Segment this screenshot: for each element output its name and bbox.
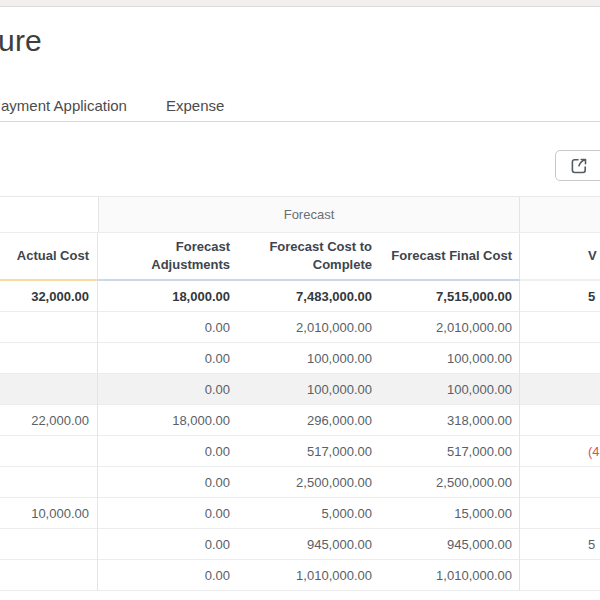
cell-adjustments: 0.00 — [98, 498, 240, 529]
cell-final_cost: 2,010,000.00 — [382, 312, 520, 343]
column-header-forecast-final-cost[interactable]: Forecast Final Cost — [382, 233, 520, 281]
cell-adjustments: 0.00 — [98, 343, 240, 374]
cell-variance: 5 — [520, 529, 600, 560]
cell-adjustments: 0.00 — [98, 529, 240, 560]
table-group-header-row: Forecast — [0, 197, 600, 233]
cell-actual — [0, 467, 98, 498]
cell-final_cost: 1,010,000.00 — [382, 560, 520, 591]
table-row[interactable]: 0.002,500,000.002,500,000.00 — [0, 467, 600, 498]
cell-adjustments: 0.00 — [98, 312, 240, 343]
cell-adjustments: 18,000.00 — [98, 405, 240, 436]
cell-final_cost: 100,000.00 — [382, 343, 520, 374]
cell-cost_to_complete: 945,000.00 — [240, 529, 382, 560]
cell-final_cost: 100,000.00 — [382, 374, 520, 405]
group-header-variance-spacer — [520, 197, 600, 232]
column-header-forecast-cost-to-complete[interactable]: Forecast Cost to Complete — [240, 233, 382, 281]
cell-cost_to_complete: 2,500,000.00 — [240, 467, 382, 498]
cell-cost_to_complete: 7,483,000.00 — [240, 281, 382, 312]
group-header-forecast: Forecast — [98, 197, 520, 232]
cell-actual — [0, 312, 98, 343]
table-body: 32,000.0018,000.007,483,000.007,515,000.… — [0, 281, 600, 591]
table-row[interactable]: 0.00945,000.00945,000.005 — [0, 529, 600, 560]
cell-variance — [520, 467, 600, 498]
cell-actual — [0, 560, 98, 591]
cell-actual: 10,000.00 — [0, 498, 98, 529]
column-header-variance[interactable]: V — [520, 233, 600, 281]
cell-variance — [520, 343, 600, 374]
cell-variance — [520, 405, 600, 436]
cell-adjustments: 0.00 — [98, 467, 240, 498]
cell-cost_to_complete: 100,000.00 — [240, 374, 382, 405]
cell-final_cost: 7,515,000.00 — [382, 281, 520, 312]
cell-final_cost: 318,000.00 — [382, 405, 520, 436]
cell-cost_to_complete: 100,000.00 — [240, 343, 382, 374]
cell-actual — [0, 529, 98, 560]
cell-actual — [0, 436, 98, 467]
table-row[interactable]: 0.001,010,000.001,010,000.00 — [0, 560, 600, 591]
table-header-row: Actual Cost Forecast Adjustments Forecas… — [0, 233, 600, 281]
cell-final_cost: 945,000.00 — [382, 529, 520, 560]
cell-variance: 5 — [520, 281, 600, 312]
table-row[interactable]: 22,000.0018,000.00296,000.00318,000.00 — [0, 405, 600, 436]
cell-cost_to_complete: 517,000.00 — [240, 436, 382, 467]
cell-variance — [520, 560, 600, 591]
table-row[interactable]: 0.00100,000.00100,000.00 — [0, 343, 600, 374]
column-header-forecast-adjustments[interactable]: Forecast Adjustments — [98, 233, 240, 281]
cell-actual — [0, 374, 98, 405]
table-row[interactable]: 10,000.000.005,000.0015,000.00 — [0, 498, 600, 529]
cell-cost_to_complete: 1,010,000.00 — [240, 560, 382, 591]
cell-cost_to_complete: 5,000.00 — [240, 498, 382, 529]
table-row[interactable]: 0.002,010,000.002,010,000.00 — [0, 312, 600, 343]
cost-table: Forecast Actual Cost Forecast Adjustment… — [0, 196, 600, 591]
group-header-spacer — [0, 197, 98, 232]
share-icon — [569, 156, 589, 176]
column-header-actual-cost[interactable]: Actual Cost — [0, 233, 98, 281]
cell-adjustments: 18,000.00 — [98, 281, 240, 312]
cell-final_cost: 517,000.00 — [382, 436, 520, 467]
export-button[interactable] — [555, 150, 600, 181]
cell-final_cost: 2,500,000.00 — [382, 467, 520, 498]
cell-adjustments: 0.00 — [98, 436, 240, 467]
tab-bar: ayment Application Expense — [0, 88, 600, 122]
cell-cost_to_complete: 296,000.00 — [240, 405, 382, 436]
cell-cost_to_complete: 2,010,000.00 — [240, 312, 382, 343]
cell-adjustments: 0.00 — [98, 374, 240, 405]
top-chrome-divider — [0, 0, 600, 7]
tab-expense[interactable]: Expense — [166, 97, 224, 114]
cell-actual: 32,000.00 — [0, 281, 98, 312]
cell-adjustments: 0.00 — [98, 560, 240, 591]
tab-payment-application[interactable]: ayment Application — [1, 97, 127, 114]
cell-variance — [520, 312, 600, 343]
cell-final_cost: 15,000.00 — [382, 498, 520, 529]
table-row[interactable]: 32,000.0018,000.007,483,000.007,515,000.… — [0, 281, 600, 312]
page-title: ure — [0, 24, 42, 58]
cell-actual: 22,000.00 — [0, 405, 98, 436]
cell-variance — [520, 374, 600, 405]
table-row[interactable]: 0.00100,000.00100,000.00 — [0, 374, 600, 405]
table-row[interactable]: 0.00517,000.00517,000.00(4 — [0, 436, 600, 467]
cell-variance — [520, 498, 600, 529]
cell-actual — [0, 343, 98, 374]
cell-variance: (4 — [520, 436, 600, 467]
